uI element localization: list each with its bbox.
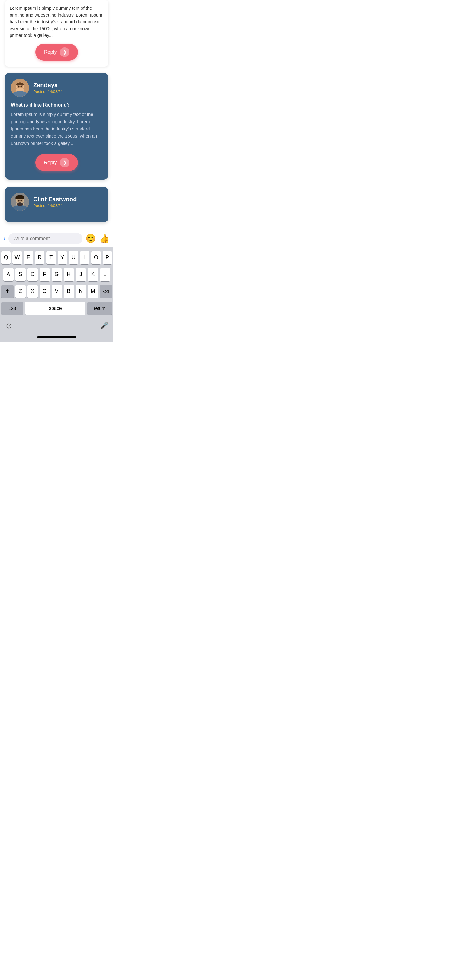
- key-s[interactable]: S: [15, 268, 26, 281]
- key-l[interactable]: L: [100, 268, 110, 281]
- key-m[interactable]: M: [88, 285, 98, 298]
- clint-info: Clint Eastwood Posted: 14/08/21: [33, 196, 77, 208]
- key-z[interactable]: Z: [15, 285, 26, 298]
- key-d[interactable]: D: [27, 268, 38, 281]
- keyboard: Q W E R T Y U I O P A S D F G H J K L ⬆ …: [0, 247, 113, 334]
- zendaya-reply-btn-container: Reply ❯: [11, 154, 102, 171]
- key-w[interactable]: W: [13, 251, 22, 264]
- key-c[interactable]: C: [40, 285, 50, 298]
- clint-date: Posted: 14/08/21: [33, 204, 77, 208]
- comment-bar: › 😊 👍: [0, 230, 113, 247]
- zendaya-avatar: [11, 79, 29, 97]
- zendaya-card: Zendaya Posted: 14/08/21 What is it like…: [5, 73, 108, 180]
- top-partial-card: Lorem Ipsum is simply dummy text of the …: [5, 0, 108, 67]
- zendaya-reply-arrow-icon: ❯: [60, 158, 69, 167]
- chevron-right-icon[interactable]: ›: [4, 235, 5, 242]
- svg-point-6: [21, 86, 22, 87]
- keyboard-bottom-row: ☺ 🎤: [0, 319, 113, 334]
- zendaya-name: Zendaya: [33, 82, 63, 89]
- key-g[interactable]: G: [52, 268, 62, 281]
- clint-avatar: [11, 193, 29, 211]
- zendaya-body: Lorem Ipsum is simply dummy text of the …: [11, 111, 102, 147]
- home-indicator: [0, 334, 113, 342]
- keyboard-row-1: Q W E R T Y U I O P: [0, 251, 113, 264]
- svg-point-12: [21, 200, 22, 201]
- shift-key[interactable]: ⬆: [1, 285, 14, 298]
- svg-point-5: [18, 86, 20, 87]
- clint-name: Clint Eastwood: [33, 196, 77, 203]
- keyboard-row-3: ⬆ Z X C V B N M ⌫: [0, 285, 113, 298]
- key-r[interactable]: R: [35, 251, 45, 264]
- zendaya-title: What is it like Richmond?: [11, 102, 102, 108]
- top-reply-btn-container: Reply ❯: [10, 44, 104, 60]
- key-x[interactable]: X: [27, 285, 38, 298]
- key-v[interactable]: V: [52, 285, 62, 298]
- key-j[interactable]: J: [76, 268, 86, 281]
- key-h[interactable]: H: [64, 268, 74, 281]
- top-reply-button[interactable]: Reply ❯: [35, 44, 78, 60]
- key-i[interactable]: I: [80, 251, 89, 264]
- microphone-icon[interactable]: 🎤: [100, 321, 108, 329]
- key-y[interactable]: Y: [58, 251, 67, 264]
- numbers-key[interactable]: 123: [1, 302, 23, 315]
- home-bar: [37, 336, 77, 338]
- thumbs-up-icon[interactable]: 👍: [99, 234, 110, 243]
- zendaya-header: Zendaya Posted: 14/08/21: [11, 79, 102, 97]
- space-key[interactable]: space: [25, 302, 86, 315]
- key-t[interactable]: T: [46, 251, 56, 264]
- delete-key[interactable]: ⌫: [100, 285, 112, 298]
- key-e[interactable]: E: [24, 251, 33, 264]
- key-b[interactable]: B: [64, 285, 74, 298]
- zendaya-reply-button[interactable]: Reply ❯: [35, 154, 78, 171]
- clint-card: Clint Eastwood Posted: 14/08/21: [5, 187, 108, 223]
- key-f[interactable]: F: [40, 268, 50, 281]
- top-reply-arrow-icon: ❯: [60, 48, 69, 57]
- zendaya-date: Posted: 14/08/21: [33, 89, 63, 94]
- key-q[interactable]: Q: [1, 251, 11, 264]
- clint-header: Clint Eastwood Posted: 14/08/21: [11, 193, 102, 211]
- page-wrapper: Lorem Ipsum is simply dummy text of the …: [0, 0, 113, 342]
- key-k[interactable]: K: [88, 268, 98, 281]
- emoji-keyboard-icon[interactable]: ☺: [5, 321, 13, 330]
- zendaya-reply-label: Reply: [44, 160, 57, 165]
- keyboard-row-2: A S D F G H J K L: [0, 268, 113, 281]
- key-o[interactable]: O: [91, 251, 100, 264]
- keyboard-row-4: 123 space return: [0, 302, 113, 315]
- key-p[interactable]: P: [103, 251, 112, 264]
- emoji-icon[interactable]: 😊: [86, 234, 96, 243]
- top-partial-body: Lorem Ipsum is simply dummy text of the …: [10, 5, 104, 39]
- key-u[interactable]: U: [69, 251, 78, 264]
- comment-input[interactable]: [8, 233, 83, 244]
- svg-point-11: [18, 200, 20, 201]
- key-n[interactable]: N: [76, 285, 86, 298]
- top-reply-label: Reply: [44, 49, 57, 55]
- return-key[interactable]: return: [87, 302, 112, 315]
- zendaya-info: Zendaya Posted: 14/08/21: [33, 82, 63, 94]
- key-a[interactable]: A: [3, 268, 14, 281]
